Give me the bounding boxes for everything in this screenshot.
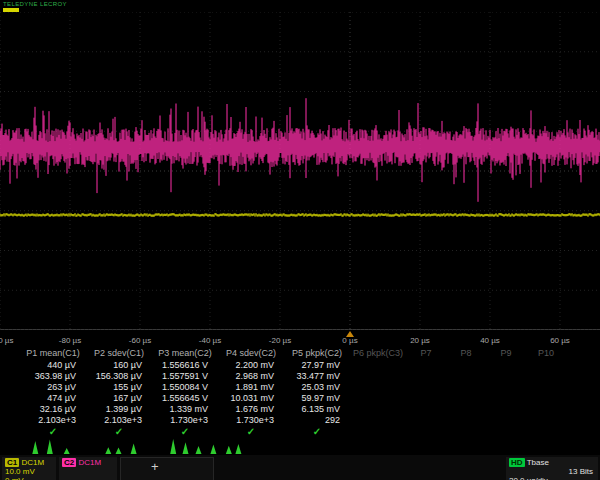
measurement-value: 1.556616 V: [152, 360, 218, 371]
measurement-value: [350, 382, 406, 393]
measurement-status-check: ✓: [152, 426, 218, 437]
measurement-header[interactable]: P4 sdev(C2): [218, 348, 284, 360]
measurement-status-check: ✓: [284, 426, 350, 437]
measurement-value: 440 µV: [20, 360, 86, 371]
measurement-value: 2.968 mV: [218, 371, 284, 382]
timebase-bits: 13 Bits: [509, 467, 595, 476]
axis-label: 40 µs: [480, 336, 500, 345]
measurement-value: [350, 393, 406, 404]
measurement-value: [350, 404, 406, 415]
measurement-header[interactable]: P5 pkpk(C2): [284, 348, 350, 360]
measurement-header[interactable]: P2 sdev(C1): [86, 348, 152, 360]
measurement-value: [446, 382, 486, 393]
axis-row: -100 µs-80 µs-60 µs-40 µs-20 µs0 µs20 µs…: [0, 331, 600, 347]
measurement-histicon: [98, 437, 144, 454]
measurement-value: 2.103e+3: [20, 415, 86, 426]
measurement-histicon: [204, 437, 250, 454]
measurement-status-check: ✓: [20, 426, 86, 437]
axis-label: -40 µs: [199, 336, 221, 345]
measurement-header[interactable]: P6 pkpk(C3): [350, 348, 406, 360]
measurement-header[interactable]: P1 mean(C1): [20, 348, 86, 360]
measurement-value: [526, 360, 566, 371]
c2-coupling: DC1M: [78, 458, 101, 467]
measurement-header[interactable]: P3 mean(C2): [152, 348, 218, 360]
measurement-status-check: [406, 426, 446, 437]
axis-label: 60 µs: [550, 336, 570, 345]
measurement-value: 167 µV: [86, 393, 152, 404]
measurement-value: 2.103e+3: [86, 415, 152, 426]
measurement-value: 10.031 mV: [218, 393, 284, 404]
measurement-value: 27.97 mV: [284, 360, 350, 371]
measurement-histicon: [28, 437, 74, 454]
waveform-display[interactable]: [0, 12, 600, 330]
channel-c1-descriptor[interactable]: C1 DC1M 10.0 mV 0 mV: [2, 457, 56, 480]
measurement-value: 1.557591 V: [152, 371, 218, 382]
histicon-row: [0, 437, 600, 455]
measurement-value: 59.97 mV: [284, 393, 350, 404]
measurement-value: [406, 415, 446, 426]
measurement-value: [350, 360, 406, 371]
measurement-value: [406, 382, 446, 393]
measurement-value: [446, 415, 486, 426]
measurement-value: [406, 371, 446, 382]
measurement-value: [526, 415, 566, 426]
c1-offset: 0 mV: [5, 476, 53, 480]
measurement-value: 1.339 mV: [152, 404, 218, 415]
measurement-value: [350, 371, 406, 382]
measurement-value: [486, 382, 526, 393]
measurement-value: 1.730e+3: [152, 415, 218, 426]
axis-label: -60 µs: [129, 336, 151, 345]
c1-chip: C1: [5, 458, 19, 467]
top-status-bar: TELEDYNE LECROY: [0, 0, 600, 12]
measurement-value: 1.730e+3: [218, 415, 284, 426]
timebase-descriptor[interactable]: HD Tbase 13 Bits 20.0 µs/div: [506, 457, 598, 480]
measurement-value: 363.98 µV: [20, 371, 86, 382]
measurement-value: [406, 360, 446, 371]
measurement-header[interactable]: P9: [486, 348, 526, 360]
measurement-status-check: ✓: [86, 426, 152, 437]
measurement-status-check: [526, 426, 566, 437]
axis-label: -100 µs: [0, 336, 13, 345]
descriptor-bar: C1 DC1M 10.0 mV 0 mV C2 DC1M + HD Tbase …: [0, 455, 600, 480]
measurement-value: 1.891 mV: [218, 382, 284, 393]
measurement-header[interactable]: P7: [406, 348, 446, 360]
brand-label: TELEDYNE LECROY: [3, 1, 67, 7]
measurement-value: 1.399 µV: [86, 404, 152, 415]
measurement-header[interactable]: P10: [526, 348, 566, 360]
measurement-value: 32.16 µV: [20, 404, 86, 415]
measurement-value: 33.477 mV: [284, 371, 350, 382]
measurement-value: 6.135 mV: [284, 404, 350, 415]
trigger-time-marker[interactable]: [346, 331, 354, 337]
add-trace-button[interactable]: +: [120, 457, 214, 480]
measurement-value: 474 µV: [20, 393, 86, 404]
axis-label: 0 µs: [342, 336, 357, 345]
measurement-value: [446, 371, 486, 382]
measurement-value: [350, 415, 406, 426]
measurement-value: [446, 393, 486, 404]
c1-coupling: DC1M: [21, 458, 44, 467]
descriptor-spacer: [217, 457, 503, 480]
channel-c2-descriptor[interactable]: C2 DC1M: [59, 457, 117, 480]
measurement-value: [486, 393, 526, 404]
c1-scale: 10.0 mV: [5, 467, 53, 476]
measurement-value: [446, 404, 486, 415]
measurement-status-check: [350, 426, 406, 437]
measurement-header[interactable]: P8: [446, 348, 486, 360]
measurement-status-check: [486, 426, 526, 437]
measure-table: P1 mean(C1)P2 sdev(C1)P3 mean(C2)P4 sdev…: [20, 348, 566, 437]
waveform-canvas: [0, 12, 600, 330]
measurement-value: [526, 393, 566, 404]
measurement-value: 155 µV: [86, 382, 152, 393]
measurement-value: 292: [284, 415, 350, 426]
measurement-value: [406, 393, 446, 404]
measurement-value: [526, 371, 566, 382]
measurement-value: 2.200 mV: [218, 360, 284, 371]
measurement-value: [446, 360, 486, 371]
measurement-value: 25.03 mV: [284, 382, 350, 393]
measurement-value: 1.556645 V: [152, 393, 218, 404]
axis-label: 20 µs: [410, 336, 430, 345]
measurement-value: [406, 404, 446, 415]
measurement-value: 1.550084 V: [152, 382, 218, 393]
oscilloscope-screen: TELEDYNE LECROY -100 µs-80 µs-60 µs-40 µ…: [0, 0, 600, 480]
measurement-value: 156.308 µV: [86, 371, 152, 382]
